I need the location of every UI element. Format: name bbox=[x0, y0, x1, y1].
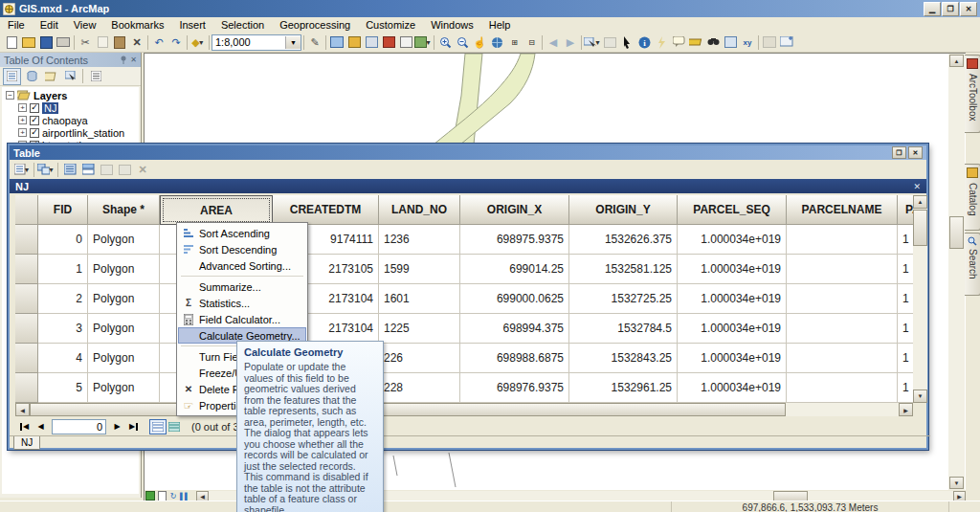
menu-file[interactable]: File bbox=[0, 18, 33, 32]
menu-item-field-calculator[interactable]: Field Calculator... bbox=[178, 311, 306, 327]
corner-cell[interactable] bbox=[15, 195, 38, 225]
row-selector[interactable] bbox=[15, 373, 38, 403]
hyperlink-icon[interactable] bbox=[653, 34, 670, 51]
related-tables-icon[interactable]: ▼ bbox=[37, 162, 55, 178]
column-header-shape[interactable]: Shape * bbox=[88, 195, 160, 225]
menu-bookmarks[interactable]: Bookmarks bbox=[103, 18, 171, 32]
table-vscroll-up-arrow[interactable]: ▲ bbox=[913, 195, 927, 209]
cell-shape[interactable]: Polygon bbox=[88, 284, 160, 314]
cell-pa[interactable]: 1 bbox=[898, 373, 913, 403]
add-data-icon[interactable]: ◆▼ bbox=[189, 34, 207, 51]
cell-land-no[interactable]: 228 bbox=[379, 373, 460, 403]
html-popup-icon[interactable] bbox=[670, 34, 687, 51]
menu-customize[interactable]: Customize bbox=[358, 18, 423, 32]
fixed-zoom-in-icon[interactable]: ⊞ bbox=[505, 34, 523, 51]
copy-icon[interactable] bbox=[94, 34, 111, 51]
clear-table-selection-icon[interactable] bbox=[98, 162, 115, 178]
refresh-view-icon[interactable]: ↻ bbox=[167, 491, 179, 501]
table-tab-nj[interactable]: NJ bbox=[13, 436, 40, 450]
back-extent-icon[interactable]: ◀ bbox=[545, 34, 562, 51]
row-selector[interactable] bbox=[15, 344, 38, 373]
menu-item-summarize[interactable]: Summarize... bbox=[178, 278, 306, 295]
current-record-input[interactable]: 0 bbox=[52, 419, 106, 434]
column-header-parcel-seq[interactable]: PARCEL_SEQ bbox=[678, 195, 787, 225]
cell-pa[interactable]: 1 bbox=[898, 344, 913, 373]
tab-catalog[interactable]: Catalog bbox=[965, 164, 980, 231]
print-icon[interactable] bbox=[55, 34, 72, 51]
table-hscroll-track[interactable] bbox=[30, 403, 899, 416]
map-vscroll-thumb[interactable] bbox=[949, 216, 964, 249]
editor-sketch-icon[interactable]: ✎ bbox=[306, 34, 323, 51]
scale-dropdown-icon[interactable]: ▼ bbox=[285, 36, 301, 49]
fixed-zoom-out-icon[interactable]: ⊟ bbox=[523, 34, 540, 51]
toc-layer-airportlink-station-label[interactable]: airportlink_station bbox=[42, 127, 124, 139]
go-to-xy-icon[interactable]: xy bbox=[739, 34, 756, 51]
restore-button[interactable]: ❐ bbox=[942, 2, 959, 16]
menu-item-sort-ascending[interactable]: Sort Ascending bbox=[178, 225, 306, 241]
undo-icon[interactable]: ↶ bbox=[150, 34, 167, 51]
cell-pa[interactable]: 1 bbox=[898, 284, 913, 314]
cell-origin-y[interactable]: 1532784.5 bbox=[569, 314, 678, 344]
cell-land-no[interactable]: 226 bbox=[379, 344, 460, 373]
cell-parcelname[interactable] bbox=[787, 225, 898, 255]
cell-origin-y[interactable]: 1532725.25 bbox=[569, 284, 678, 314]
menu-windows[interactable]: Windows bbox=[423, 18, 481, 32]
select-by-attributes-icon[interactable] bbox=[61, 162, 78, 178]
table-vscroll-down-arrow[interactable]: ▼ bbox=[913, 390, 927, 403]
cell-origin-y[interactable]: 1532843.25 bbox=[569, 344, 678, 373]
expand-icon[interactable]: + bbox=[18, 116, 27, 124]
column-header-origin-y[interactable]: ORIGIN_Y bbox=[569, 195, 678, 225]
cell-shape[interactable]: Polygon bbox=[88, 225, 160, 255]
menu-geoprocessing[interactable]: Geoprocessing bbox=[272, 18, 358, 32]
table-options-icon[interactable]: ▼ bbox=[13, 162, 31, 178]
paste-icon[interactable] bbox=[111, 34, 128, 51]
cell-parcelname[interactable] bbox=[787, 314, 898, 344]
toc-options-icon[interactable] bbox=[87, 68, 104, 84]
last-record-button[interactable]: ▶ bbox=[125, 420, 142, 434]
tab-search[interactable]: Search bbox=[965, 233, 980, 296]
show-selected-records-icon[interactable] bbox=[167, 420, 182, 434]
table-restore-button[interactable]: ❐ bbox=[892, 146, 906, 159]
open-folder-icon[interactable] bbox=[20, 34, 37, 51]
cell-origin-x[interactable]: 699014.25 bbox=[460, 255, 569, 284]
cell-fid[interactable]: 0 bbox=[38, 225, 88, 255]
python-window-icon[interactable] bbox=[397, 34, 414, 51]
map-hscroll-right-arrow[interactable]: ▶ bbox=[953, 491, 966, 501]
column-header-land-no[interactable]: LAND_NO bbox=[379, 195, 460, 225]
pause-drawing-icon[interactable]: ▌▌ bbox=[179, 491, 190, 501]
layer-bar-close-icon[interactable]: ✕ bbox=[913, 182, 921, 191]
row-selector[interactable] bbox=[15, 225, 38, 255]
list-by-drawing-order-icon[interactable] bbox=[3, 68, 21, 85]
menu-view[interactable]: View bbox=[66, 18, 104, 32]
cell-parcel-seq[interactable]: 1.000034e+019 bbox=[678, 225, 787, 255]
zoom-to-selected-icon[interactable] bbox=[116, 162, 133, 178]
cell-shape[interactable]: Polygon bbox=[88, 344, 160, 373]
toc-window-icon[interactable] bbox=[328, 34, 345, 51]
column-header-origin-x[interactable]: ORIGIN_X bbox=[460, 195, 569, 225]
map-hscroll-thumb[interactable] bbox=[773, 491, 808, 501]
close-button[interactable]: ✕ bbox=[960, 2, 977, 16]
table-close-button[interactable]: ✕ bbox=[908, 146, 923, 159]
cell-fid[interactable]: 4 bbox=[38, 344, 88, 373]
cell-origin-x[interactable]: 699000.0625 bbox=[460, 284, 569, 314]
table-window-title-bar[interactable]: Table ❐ ✕ bbox=[10, 145, 926, 160]
zoom-in-icon[interactable] bbox=[436, 34, 454, 51]
cell-parcelname[interactable] bbox=[787, 255, 898, 284]
tab-arctoolbox[interactable]: ArcToolbox bbox=[965, 55, 980, 133]
viewer-window-icon[interactable] bbox=[761, 34, 778, 51]
column-header-pa[interactable]: PA bbox=[898, 195, 913, 225]
identify-icon[interactable]: i bbox=[635, 34, 653, 51]
cell-shape[interactable]: Polygon bbox=[88, 314, 160, 344]
table-vscroll-thumb[interactable] bbox=[913, 210, 927, 246]
cell-parcelname[interactable] bbox=[787, 373, 898, 403]
cell-fid[interactable]: 1 bbox=[38, 255, 88, 284]
table-hscroll-left-arrow[interactable]: ◀ bbox=[15, 403, 30, 416]
cell-parcel-seq[interactable]: 1.000034e+019 bbox=[678, 284, 787, 314]
magnifier-window-icon[interactable] bbox=[778, 34, 795, 51]
select-features-icon[interactable]: ▼ bbox=[584, 34, 601, 51]
layer-checkbox[interactable]: ✓ bbox=[30, 128, 39, 138]
table-hscroll-thumb[interactable] bbox=[30, 403, 786, 416]
cell-land-no[interactable]: 1599 bbox=[379, 255, 460, 284]
map-vscroll-up-arrow[interactable]: ▲ bbox=[949, 55, 964, 67]
map-vscroll-down-arrow[interactable]: ▼ bbox=[949, 477, 964, 489]
